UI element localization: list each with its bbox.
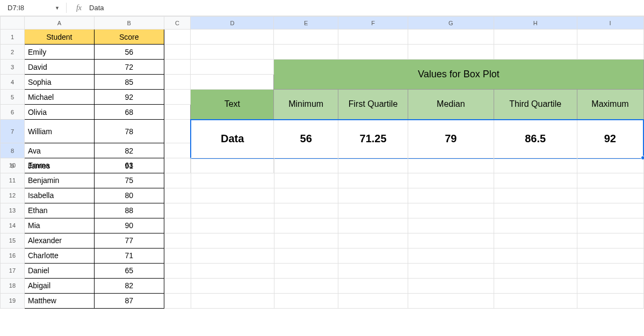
cell-G14[interactable]: [408, 218, 494, 233]
boxplot-title-cell[interactable]: Values for Box Plot: [274, 60, 643, 90]
cell-I18[interactable]: [577, 278, 644, 293]
cell-A5[interactable]: Michael: [24, 90, 94, 105]
cell-C4[interactable]: [164, 75, 191, 90]
cell-C10[interactable]: [164, 158, 191, 173]
cell-H18[interactable]: [494, 278, 577, 293]
cell-C17[interactable]: [164, 263, 191, 278]
cell-G1[interactable]: [408, 30, 494, 45]
cell-B16[interactable]: 71: [94, 248, 164, 263]
cell-F10[interactable]: [338, 158, 408, 173]
cell-C19[interactable]: [164, 293, 191, 308]
cell-A17[interactable]: Daniel: [24, 263, 94, 278]
row-header-2[interactable]: 2: [1, 45, 25, 60]
cell-G2[interactable]: [408, 45, 494, 60]
cell-A3[interactable]: David: [24, 60, 94, 75]
cell-A12[interactable]: Isabella: [24, 188, 94, 203]
cell-F16[interactable]: [338, 248, 408, 263]
cell-F13[interactable]: [338, 203, 408, 218]
cell-C6[interactable]: [164, 105, 191, 120]
cell-H15[interactable]: [494, 233, 577, 248]
cell-I16[interactable]: [577, 248, 644, 263]
cell-I11[interactable]: [577, 173, 644, 188]
cell-F19[interactable]: [338, 293, 408, 308]
col-header-A[interactable]: A: [24, 17, 94, 30]
cell-D2[interactable]: [191, 45, 274, 60]
cell-I10[interactable]: [577, 158, 644, 173]
cell-D7[interactable]: Data: [191, 120, 274, 158]
cell-G17[interactable]: [408, 263, 494, 278]
cell-I19[interactable]: [577, 293, 644, 308]
cell-E1[interactable]: [274, 30, 338, 45]
cell-D17[interactable]: [191, 263, 274, 278]
row-header-5[interactable]: 5: [1, 90, 25, 105]
cell-G7[interactable]: 79: [408, 120, 494, 158]
cell-H2[interactable]: [494, 45, 577, 60]
cell-C3[interactable]: [164, 60, 191, 75]
cell-E17[interactable]: [274, 263, 338, 278]
cell-C13[interactable]: [164, 203, 191, 218]
cell-G5[interactable]: Median: [408, 90, 494, 120]
cell-C15[interactable]: [164, 233, 191, 248]
cell-E13[interactable]: [274, 203, 338, 218]
cell-B19[interactable]: 87: [94, 293, 164, 308]
cell-F18[interactable]: [338, 278, 408, 293]
cell-E15[interactable]: [274, 233, 338, 248]
cell-B7[interactable]: 78: [94, 120, 164, 143]
cell-A16[interactable]: Charlotte: [24, 248, 94, 263]
cell-B15[interactable]: 77: [94, 233, 164, 248]
cell-B3[interactable]: 72: [94, 60, 164, 75]
cell-B14[interactable]: 90: [94, 218, 164, 233]
row-header-1[interactable]: 1: [1, 30, 25, 45]
cell-B12[interactable]: 80: [94, 188, 164, 203]
cell-F14[interactable]: [338, 218, 408, 233]
name-box-input[interactable]: [4, 3, 53, 13]
cell-D13[interactable]: [191, 203, 274, 218]
select-all-corner[interactable]: [1, 17, 25, 30]
cell-D10[interactable]: [191, 158, 274, 173]
cell-B5[interactable]: 92: [94, 90, 164, 105]
cell-B6[interactable]: 68: [94, 105, 164, 120]
cell-D19[interactable]: [191, 293, 274, 308]
col-header-C[interactable]: C: [164, 17, 191, 30]
cell-D15[interactable]: [191, 233, 274, 248]
cell-A19[interactable]: Matthew: [24, 293, 94, 308]
selection-handle[interactable]: [641, 156, 644, 160]
cell-A8[interactable]: Ava: [24, 143, 94, 158]
cell-B10[interactable]: 63: [94, 158, 164, 173]
cell-D5[interactable]: Text: [191, 90, 274, 120]
cell-D16[interactable]: [191, 248, 274, 263]
cell-A14[interactable]: Mia: [24, 218, 94, 233]
row-header-14[interactable]: 14: [1, 218, 25, 233]
cell-E19[interactable]: [274, 293, 338, 308]
cell-F12[interactable]: [338, 188, 408, 203]
row-header-7[interactable]: 7: [1, 120, 25, 143]
col-header-D[interactable]: D: [191, 17, 274, 30]
cell-D18[interactable]: [191, 278, 274, 293]
row-header-11[interactable]: 11: [1, 173, 25, 188]
cell-C1[interactable]: [164, 30, 191, 45]
col-header-E[interactable]: E: [274, 17, 338, 30]
cell-A7[interactable]: William: [24, 120, 94, 143]
cell-F11[interactable]: [338, 173, 408, 188]
row-header-10[interactable]: 10: [1, 158, 25, 173]
cell-H12[interactable]: [494, 188, 577, 203]
cell-C8[interactable]: [164, 143, 191, 158]
fx-icon[interactable]: fx: [71, 4, 87, 12]
row-header-6[interactable]: 6: [1, 105, 25, 120]
cell-A6[interactable]: Olivia: [24, 105, 94, 120]
cell-H10[interactable]: [494, 158, 577, 173]
cell-C5[interactable]: [164, 90, 191, 105]
col-header-I[interactable]: I: [577, 17, 643, 30]
cell-H11[interactable]: [494, 173, 577, 188]
cell-I13[interactable]: [577, 203, 644, 218]
name-box-wrapper[interactable]: ▼: [4, 3, 67, 13]
cell-C16[interactable]: [164, 248, 191, 263]
cell-F1[interactable]: [338, 30, 408, 45]
cell-E12[interactable]: [274, 188, 338, 203]
cell-G13[interactable]: [408, 203, 494, 218]
cell-B17[interactable]: 65: [94, 263, 164, 278]
cell-E10[interactable]: [274, 158, 338, 173]
cell-C14[interactable]: [164, 218, 191, 233]
cell-F15[interactable]: [338, 233, 408, 248]
cell-A18[interactable]: Abigail: [24, 278, 94, 293]
